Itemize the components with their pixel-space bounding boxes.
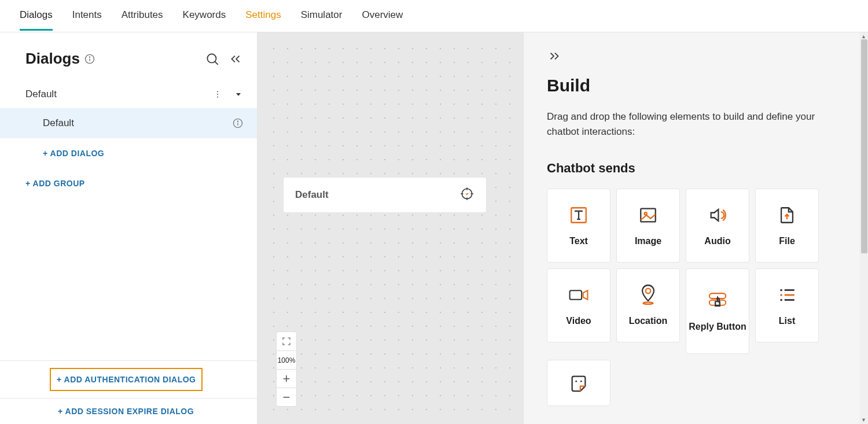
tile-label: Location: [629, 316, 668, 326]
chevron-down-icon[interactable]: [234, 90, 243, 99]
more-vertical-icon[interactable]: [213, 90, 222, 99]
add-group-button[interactable]: + ADD GROUP: [0, 168, 257, 198]
svg-point-5: [217, 91, 218, 92]
location-icon: [638, 285, 659, 305]
tile-label: Video: [566, 316, 591, 326]
tile-reply-button[interactable]: Reply Button: [686, 268, 749, 354]
tab-keywords[interactable]: Keywords: [183, 1, 226, 31]
tile-label: Text: [569, 236, 588, 246]
text-icon: [568, 205, 589, 226]
sidebar-title-text: Dialogs: [25, 50, 80, 68]
tab-dialogs[interactable]: Dialogs: [20, 1, 53, 31]
search-icon[interactable]: [205, 51, 220, 67]
add-dialog-button[interactable]: + ADD DIALOG: [0, 138, 257, 168]
list-icon: [777, 285, 797, 305]
svg-point-26: [646, 288, 651, 293]
audio-icon: [707, 205, 728, 226]
svg-point-27: [643, 302, 653, 304]
dialog-item-selected[interactable]: Default: [0, 108, 257, 138]
target-icon[interactable]: [459, 186, 475, 204]
svg-rect-20: [641, 208, 656, 222]
tile-file[interactable]: File: [755, 189, 819, 263]
svg-marker-8: [236, 93, 241, 96]
svg-marker-25: [583, 290, 588, 299]
main-layout: Dialogs Default: [0, 32, 868, 424]
tile-location[interactable]: Location: [616, 268, 680, 342]
tile-label: Audio: [704, 236, 730, 246]
dialog-canvas[interactable]: Default 100% + −: [258, 32, 524, 424]
expand-icon[interactable]: [547, 49, 845, 65]
tab-simulator[interactable]: Simulator: [301, 1, 343, 31]
tile-label: List: [779, 316, 795, 326]
tile-audio[interactable]: Audio: [686, 189, 749, 263]
svg-point-30: [780, 289, 782, 291]
tile-list[interactable]: List: [755, 268, 819, 342]
svg-point-32: [780, 294, 782, 296]
group-name-label: Default: [25, 89, 57, 100]
svg-marker-22: [711, 209, 719, 221]
zoom-in-button[interactable]: +: [277, 369, 296, 388]
svg-point-34: [780, 298, 782, 301]
svg-point-7: [217, 97, 218, 98]
add-session-expire-dialog-button[interactable]: + ADD SESSION EXPIRE DIALOG: [0, 398, 257, 424]
svg-point-2: [89, 57, 90, 57]
svg-point-37: [580, 380, 582, 382]
image-icon: [638, 205, 659, 226]
zoom-control: 100% + −: [276, 331, 297, 407]
tile-text[interactable]: Text: [547, 189, 610, 263]
canvas-grid: [262, 37, 518, 419]
tab-settings[interactable]: Settings: [245, 1, 281, 31]
build-panel: Build Drag and drop the following elemen…: [524, 32, 868, 424]
build-description: Drag and drop the following elements to …: [547, 109, 827, 140]
zoom-level-label: 100%: [277, 351, 296, 369]
video-icon: [568, 285, 589, 305]
info-icon[interactable]: [233, 118, 243, 128]
tab-intents[interactable]: Intents: [72, 1, 102, 31]
tile-label: Reply Button: [689, 322, 746, 332]
add-authentication-dialog-button[interactable]: + ADD AUTHENTICATION DIALOG: [50, 368, 203, 391]
dialogs-sidebar: Dialogs Default: [0, 32, 258, 424]
svg-point-11: [237, 121, 238, 121]
tile-label: File: [779, 236, 795, 246]
sidebar-title: Dialogs: [25, 50, 95, 68]
canvas-card-title: Default: [295, 189, 329, 201]
zoom-fit-button[interactable]: [277, 332, 296, 351]
scrollbar-thumb[interactable]: [861, 39, 867, 253]
canvas-dialog-card[interactable]: Default: [283, 177, 487, 213]
top-nav: Dialogs Intents Attributes Keywords Sett…: [0, 0, 868, 32]
vertical-scrollbar[interactable]: ▲ ▼: [859, 32, 868, 424]
sidebar-header: Dialogs: [0, 32, 257, 80]
sticker-icon: [568, 373, 589, 393]
tile-sticker[interactable]: [547, 360, 610, 406]
tile-video[interactable]: Video: [547, 268, 610, 342]
tile-label: Image: [635, 236, 661, 246]
build-section-title: Chatbot sends: [547, 161, 845, 176]
element-tiles: Text Image Audio File: [547, 189, 845, 406]
dialog-item-label: Default: [43, 117, 74, 129]
scroll-down-icon[interactable]: ▼: [859, 416, 868, 424]
collapse-icon[interactable]: [228, 51, 243, 67]
svg-rect-24: [570, 290, 582, 299]
dialog-tree: Default Default + ADD DIALOG + ADD GROUP: [0, 80, 257, 360]
dialog-group-row[interactable]: Default: [0, 80, 257, 108]
sidebar-footer: + ADD AUTHENTICATION DIALOG + ADD SESSIO…: [0, 360, 257, 424]
tab-overview[interactable]: Overview: [362, 1, 403, 31]
svg-point-3: [207, 54, 216, 62]
tab-attributes[interactable]: Attributes: [122, 1, 163, 31]
reply-button-icon: [707, 290, 728, 311]
svg-point-6: [217, 94, 218, 95]
svg-line-4: [215, 61, 218, 64]
info-icon[interactable]: [84, 54, 95, 64]
svg-point-36: [575, 380, 577, 382]
file-icon: [777, 205, 797, 226]
zoom-out-button[interactable]: −: [277, 388, 296, 406]
build-title: Build: [547, 76, 845, 95]
tile-image[interactable]: Image: [616, 189, 680, 263]
